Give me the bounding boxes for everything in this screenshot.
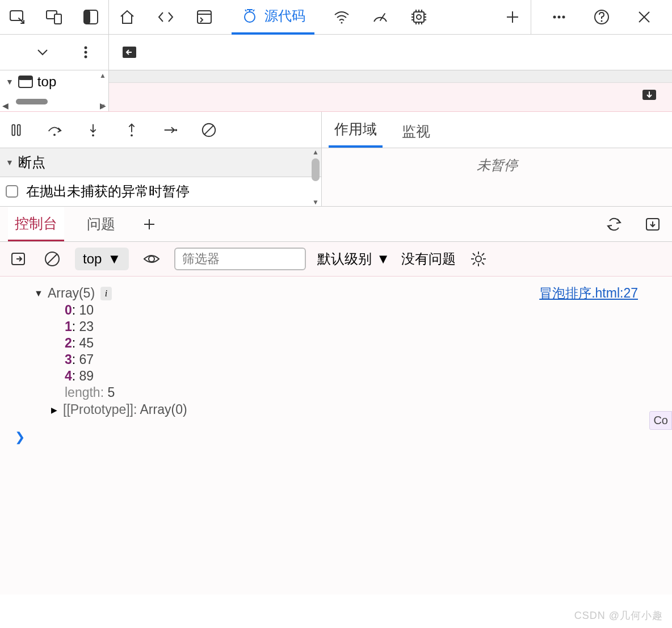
step-out-icon[interactable] — [120, 119, 143, 141]
caret-down-icon: ▼ — [6, 77, 14, 86]
watermark: CSDN @几何小趣 — [574, 609, 663, 622]
toggle-sidebar-icon[interactable] — [7, 248, 30, 270]
settings-gear-icon[interactable] — [467, 248, 490, 270]
elements-home-icon[interactable] — [116, 6, 138, 28]
code-icon[interactable] — [154, 6, 177, 28]
caret-right-icon: ▶ — [51, 405, 57, 415]
scroll-left-icon[interactable]: ◀ — [2, 101, 9, 110]
svg-point-24 — [53, 133, 56, 136]
svg-point-14 — [600, 20, 602, 22]
svg-point-6 — [245, 12, 255, 22]
frame-top-row[interactable]: ▼ top — [0, 70, 108, 93]
inspect-element-icon[interactable] — [7, 6, 28, 28]
tab-watch[interactable]: 监视 — [396, 114, 436, 148]
pause-on-uncaught-label: 在抛出未捕获的异常时暂停 — [26, 182, 190, 200]
step-icon[interactable] — [159, 119, 182, 141]
svg-point-25 — [92, 134, 94, 136]
array-length-row: length: 5 — [11, 384, 661, 401]
network-wifi-icon[interactable] — [330, 6, 353, 28]
scope-not-paused: 未暂停 — [322, 148, 672, 206]
live-expression-eye-icon[interactable] — [140, 248, 163, 270]
close-icon[interactable] — [633, 6, 656, 28]
prototype-row[interactable]: ▶ [[Prototype]]: Array(0) — [11, 401, 661, 418]
svg-point-16 — [85, 51, 87, 54]
pause-on-uncaught-row[interactable]: 在抛出未捕获的异常时暂停 — [0, 177, 321, 206]
svg-point-10 — [553, 16, 556, 19]
svg-rect-5 — [198, 11, 211, 23]
array-item: 3: 67 — [11, 351, 661, 368]
console-body: 冒泡排序.html:27 ▼ Array(5) i 0: 101: 232: 4… — [0, 277, 672, 594]
array-header-label: Array(5) — [48, 286, 95, 301]
svg-rect-2 — [54, 14, 61, 24]
caret-down-icon: ▼ — [107, 251, 121, 267]
svg-rect-0 — [10, 11, 23, 20]
deactivate-breakpoints-icon[interactable] — [198, 119, 220, 141]
svg-rect-23 — [18, 124, 20, 135]
tab-sources[interactable]: 源代码 — [232, 0, 314, 35]
dock-drawer-icon[interactable] — [641, 213, 664, 236]
frame-top-label: top — [37, 74, 56, 90]
svg-point-7 — [341, 22, 343, 24]
svg-point-12 — [562, 16, 565, 19]
source-link[interactable]: 冒泡排序.html:27 — [539, 284, 638, 302]
performance-gauge-icon[interactable] — [369, 6, 392, 28]
window-icon — [18, 76, 33, 88]
svg-point-11 — [558, 16, 561, 19]
svg-rect-20 — [19, 76, 32, 80]
tab-console[interactable]: 控制台 — [8, 207, 64, 241]
clear-console-icon[interactable] — [41, 248, 64, 270]
scroll-down-icon[interactable]: ▼ — [99, 102, 106, 110]
svg-point-32 — [149, 256, 154, 262]
tab-scope[interactable]: 作用域 — [329, 112, 383, 148]
more-dots-icon[interactable] — [548, 6, 570, 28]
step-into-icon[interactable] — [82, 119, 104, 141]
scrollbar-thumb[interactable] — [312, 158, 320, 181]
collapse-sidebar-icon[interactable] — [118, 41, 141, 64]
svg-rect-4 — [84, 10, 90, 24]
context-selector[interactable]: top ▼ — [75, 248, 129, 270]
caret-down-icon: ▼ — [6, 158, 14, 167]
step-over-icon[interactable] — [43, 119, 66, 141]
breakpoints-header-label: 断点 — [18, 153, 45, 171]
pause-icon[interactable] — [5, 119, 27, 141]
log-level-label: 默认级别 — [317, 250, 372, 268]
download-icon[interactable] — [638, 83, 661, 106]
log-level-selector[interactable]: 默认级别 ▼ — [317, 250, 390, 268]
svg-rect-8 — [414, 12, 424, 22]
svg-point-15 — [85, 47, 87, 49]
scroll-down-icon[interactable]: ▼ — [312, 198, 319, 206]
memory-chip-icon[interactable] — [408, 6, 430, 28]
kebab-menu-icon[interactable] — [74, 41, 97, 64]
svg-point-27 — [175, 129, 177, 131]
array-item: 0: 10 — [11, 302, 661, 319]
console-prompt[interactable]: ❯ — [11, 418, 661, 456]
info-badge-icon[interactable]: i — [100, 287, 112, 300]
array-item: 4: 89 — [11, 368, 661, 384]
array-item: 1: 23 — [11, 319, 661, 335]
tab-sources-label: 源代码 — [264, 7, 305, 25]
tab-issues[interactable]: 问题 — [80, 208, 122, 240]
side-tag: Co — [649, 411, 672, 430]
add-drawer-tab-icon[interactable] — [138, 213, 161, 236]
dock-side-icon[interactable] — [80, 6, 102, 28]
help-icon[interactable] — [590, 6, 613, 28]
scroll-up-icon[interactable]: ▲ — [312, 148, 319, 156]
caret-down-icon: ▼ — [376, 251, 390, 267]
svg-point-17 — [85, 56, 87, 58]
svg-point-9 — [417, 15, 421, 19]
console-panel-icon[interactable] — [193, 6, 216, 28]
svg-point-33 — [476, 256, 481, 262]
caret-down-icon: ▼ — [34, 288, 42, 299]
no-issues-text: 没有问题 — [401, 250, 456, 268]
scroll-up-icon[interactable]: ▲ — [99, 72, 106, 79]
refresh-sync-icon[interactable] — [603, 213, 625, 236]
device-toggle-icon[interactable] — [43, 6, 65, 28]
chevron-down-icon[interactable] — [31, 41, 54, 64]
checkbox-icon[interactable] — [6, 185, 18, 198]
array-item: 2: 45 — [11, 335, 661, 351]
svg-rect-22 — [12, 124, 15, 135]
breakpoints-header[interactable]: ▼ 断点 — [0, 148, 321, 177]
add-tab-icon[interactable] — [501, 6, 524, 28]
filter-input[interactable] — [174, 248, 306, 270]
context-label: top — [83, 251, 102, 267]
